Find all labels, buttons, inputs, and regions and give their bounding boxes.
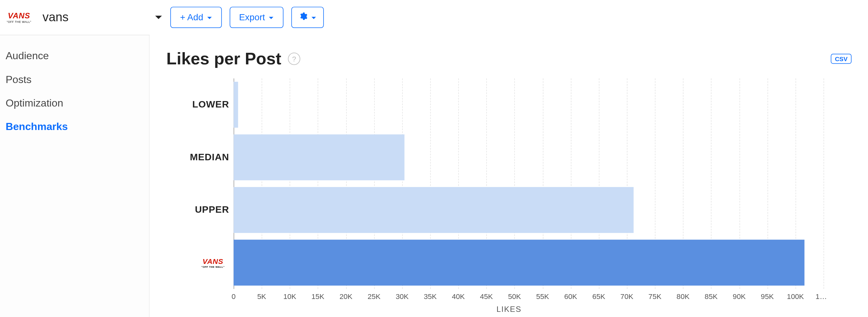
gear-icon: [299, 12, 307, 23]
caret-down-icon: [207, 12, 212, 22]
bar-upper[interactable]: [234, 187, 634, 233]
sidebar-item-audience[interactable]: Audience: [0, 44, 149, 68]
export-button-label: Export: [239, 12, 265, 22]
brand-logo: VANS "OFF THE WALL": [7, 11, 31, 24]
layout: Audience Posts Optimization Benchmarks L…: [0, 35, 868, 317]
help-icon[interactable]: ?: [288, 53, 300, 65]
page-title-text: Likes per Post: [166, 49, 281, 68]
brand-logo-text: VANS: [8, 11, 30, 19]
y-label-median: MEDIAN: [166, 131, 234, 184]
export-button[interactable]: Export: [229, 7, 283, 28]
page-title: Likes per Post ?: [166, 49, 300, 68]
bar-row: [234, 184, 851, 236]
csv-export-button[interactable]: CSV: [831, 54, 851, 64]
sidebar-item-benchmarks[interactable]: Benchmarks: [0, 115, 149, 138]
sidebar-item-optimization[interactable]: Optimization: [0, 91, 149, 115]
add-button[interactable]: + Add: [170, 7, 222, 28]
y-label-lower: LOWER: [166, 78, 234, 131]
brand-dropdown-caret[interactable]: [155, 14, 163, 20]
bar-chart: LOWER MEDIAN UPPER VANS "OFF THE WALL": [166, 78, 851, 289]
bar-row: [234, 78, 851, 131]
settings-button[interactable]: [291, 7, 324, 28]
brand-logo-icon: VANS "OFF THE WALL": [201, 257, 225, 268]
sidebar-item-posts[interactable]: Posts: [0, 68, 149, 91]
bar-median[interactable]: [234, 134, 404, 181]
topbar: VANS "OFF THE WALL" vans + Add Export: [0, 0, 868, 35]
bar-row: [234, 131, 851, 184]
sidebar: Audience Posts Optimization Benchmarks: [0, 35, 150, 317]
plot-area: [234, 78, 851, 289]
bar-vans[interactable]: [234, 240, 805, 286]
x-axis-label: LIKES: [166, 305, 851, 314]
bar-row: [234, 236, 851, 289]
title-row: Likes per Post ? CSV: [166, 49, 851, 68]
bar-lower[interactable]: [234, 82, 239, 128]
brand-logo-subtext: "OFF THE WALL": [7, 20, 31, 23]
bars-container: [234, 78, 851, 289]
add-button-label: + Add: [180, 12, 203, 22]
y-label-upper: UPPER: [166, 184, 234, 236]
y-axis-labels: LOWER MEDIAN UPPER VANS "OFF THE WALL": [166, 78, 234, 289]
main-content: Likes per Post ? CSV LOWER MEDIAN UPPER …: [150, 35, 868, 317]
y-label-vans: VANS "OFF THE WALL": [166, 236, 234, 289]
caret-down-icon: [311, 12, 316, 22]
caret-down-icon: [268, 12, 274, 22]
brand-name: vans: [42, 10, 69, 25]
